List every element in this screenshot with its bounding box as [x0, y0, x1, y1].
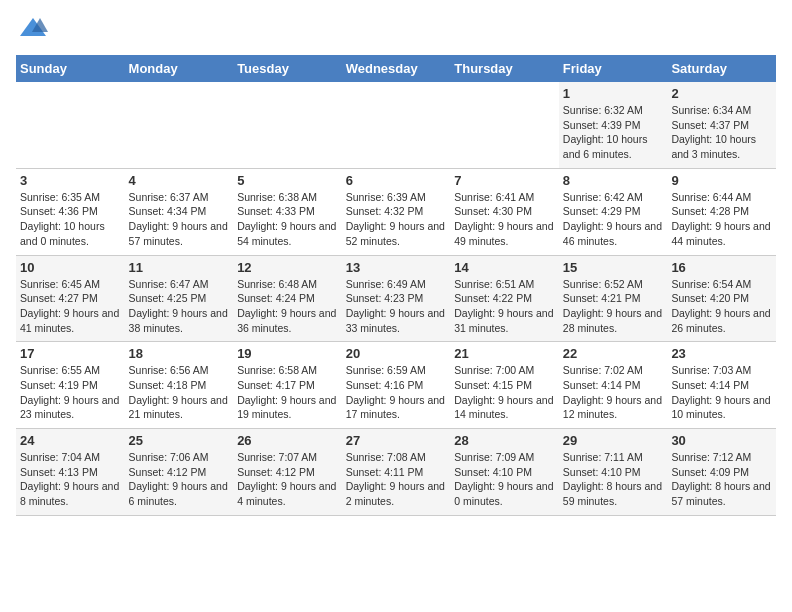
- day-number: 5: [237, 173, 338, 188]
- logo: [16, 16, 48, 45]
- calendar-cell: 17Sunrise: 6:55 AM Sunset: 4:19 PM Dayli…: [16, 342, 125, 429]
- day-info: Sunrise: 7:00 AM Sunset: 4:15 PM Dayligh…: [454, 363, 555, 422]
- day-number: 30: [671, 433, 772, 448]
- calendar-week-row: 1Sunrise: 6:32 AM Sunset: 4:39 PM Daylig…: [16, 82, 776, 168]
- day-info: Sunrise: 7:08 AM Sunset: 4:11 PM Dayligh…: [346, 450, 447, 509]
- day-info: Sunrise: 7:12 AM Sunset: 4:09 PM Dayligh…: [671, 450, 772, 509]
- day-number: 22: [563, 346, 664, 361]
- calendar-cell: 20Sunrise: 6:59 AM Sunset: 4:16 PM Dayli…: [342, 342, 451, 429]
- calendar-cell: 21Sunrise: 7:00 AM Sunset: 4:15 PM Dayli…: [450, 342, 559, 429]
- day-info: Sunrise: 6:45 AM Sunset: 4:27 PM Dayligh…: [20, 277, 121, 336]
- calendar-cell: 15Sunrise: 6:52 AM Sunset: 4:21 PM Dayli…: [559, 255, 668, 342]
- calendar-cell: 18Sunrise: 6:56 AM Sunset: 4:18 PM Dayli…: [125, 342, 234, 429]
- calendar-cell: [450, 82, 559, 168]
- day-info: Sunrise: 6:41 AM Sunset: 4:30 PM Dayligh…: [454, 190, 555, 249]
- day-number: 23: [671, 346, 772, 361]
- calendar-cell: 5Sunrise: 6:38 AM Sunset: 4:33 PM Daylig…: [233, 168, 342, 255]
- day-info: Sunrise: 7:07 AM Sunset: 4:12 PM Dayligh…: [237, 450, 338, 509]
- calendar-cell: 24Sunrise: 7:04 AM Sunset: 4:13 PM Dayli…: [16, 429, 125, 516]
- day-number: 3: [20, 173, 121, 188]
- day-number: 11: [129, 260, 230, 275]
- day-info: Sunrise: 6:55 AM Sunset: 4:19 PM Dayligh…: [20, 363, 121, 422]
- day-number: 6: [346, 173, 447, 188]
- day-info: Sunrise: 6:47 AM Sunset: 4:25 PM Dayligh…: [129, 277, 230, 336]
- day-info: Sunrise: 6:54 AM Sunset: 4:20 PM Dayligh…: [671, 277, 772, 336]
- calendar-cell: 14Sunrise: 6:51 AM Sunset: 4:22 PM Dayli…: [450, 255, 559, 342]
- calendar-cell: 7Sunrise: 6:41 AM Sunset: 4:30 PM Daylig…: [450, 168, 559, 255]
- day-number: 21: [454, 346, 555, 361]
- day-info: Sunrise: 6:44 AM Sunset: 4:28 PM Dayligh…: [671, 190, 772, 249]
- day-info: Sunrise: 6:35 AM Sunset: 4:36 PM Dayligh…: [20, 190, 121, 249]
- calendar-cell: 26Sunrise: 7:07 AM Sunset: 4:12 PM Dayli…: [233, 429, 342, 516]
- day-number: 4: [129, 173, 230, 188]
- day-info: Sunrise: 6:42 AM Sunset: 4:29 PM Dayligh…: [563, 190, 664, 249]
- day-number: 8: [563, 173, 664, 188]
- day-info: Sunrise: 7:03 AM Sunset: 4:14 PM Dayligh…: [671, 363, 772, 422]
- calendar-cell: 12Sunrise: 6:48 AM Sunset: 4:24 PM Dayli…: [233, 255, 342, 342]
- day-info: Sunrise: 7:11 AM Sunset: 4:10 PM Dayligh…: [563, 450, 664, 509]
- day-info: Sunrise: 6:37 AM Sunset: 4:34 PM Dayligh…: [129, 190, 230, 249]
- header: [16, 16, 776, 45]
- day-number: 19: [237, 346, 338, 361]
- day-number: 9: [671, 173, 772, 188]
- day-info: Sunrise: 6:38 AM Sunset: 4:33 PM Dayligh…: [237, 190, 338, 249]
- day-info: Sunrise: 6:51 AM Sunset: 4:22 PM Dayligh…: [454, 277, 555, 336]
- calendar-cell: 27Sunrise: 7:08 AM Sunset: 4:11 PM Dayli…: [342, 429, 451, 516]
- day-info: Sunrise: 7:02 AM Sunset: 4:14 PM Dayligh…: [563, 363, 664, 422]
- calendar-cell: 2Sunrise: 6:34 AM Sunset: 4:37 PM Daylig…: [667, 82, 776, 168]
- day-number: 25: [129, 433, 230, 448]
- day-number: 17: [20, 346, 121, 361]
- calendar-cell: 23Sunrise: 7:03 AM Sunset: 4:14 PM Dayli…: [667, 342, 776, 429]
- calendar-cell: [125, 82, 234, 168]
- day-info: Sunrise: 6:56 AM Sunset: 4:18 PM Dayligh…: [129, 363, 230, 422]
- day-info: Sunrise: 7:06 AM Sunset: 4:12 PM Dayligh…: [129, 450, 230, 509]
- calendar-cell: 6Sunrise: 6:39 AM Sunset: 4:32 PM Daylig…: [342, 168, 451, 255]
- day-info: Sunrise: 6:52 AM Sunset: 4:21 PM Dayligh…: [563, 277, 664, 336]
- calendar-cell: 4Sunrise: 6:37 AM Sunset: 4:34 PM Daylig…: [125, 168, 234, 255]
- weekday-header-row: SundayMondayTuesdayWednesdayThursdayFrid…: [16, 55, 776, 82]
- day-info: Sunrise: 6:49 AM Sunset: 4:23 PM Dayligh…: [346, 277, 447, 336]
- calendar-cell: 8Sunrise: 6:42 AM Sunset: 4:29 PM Daylig…: [559, 168, 668, 255]
- calendar-cell: 25Sunrise: 7:06 AM Sunset: 4:12 PM Dayli…: [125, 429, 234, 516]
- calendar-week-row: 10Sunrise: 6:45 AM Sunset: 4:27 PM Dayli…: [16, 255, 776, 342]
- day-info: Sunrise: 6:34 AM Sunset: 4:37 PM Dayligh…: [671, 103, 772, 162]
- calendar-week-row: 3Sunrise: 6:35 AM Sunset: 4:36 PM Daylig…: [16, 168, 776, 255]
- calendar-cell: 19Sunrise: 6:58 AM Sunset: 4:17 PM Dayli…: [233, 342, 342, 429]
- day-info: Sunrise: 7:04 AM Sunset: 4:13 PM Dayligh…: [20, 450, 121, 509]
- calendar-cell: [16, 82, 125, 168]
- day-number: 1: [563, 86, 664, 101]
- day-number: 7: [454, 173, 555, 188]
- logo-text: [16, 16, 48, 45]
- calendar-cell: 22Sunrise: 7:02 AM Sunset: 4:14 PM Dayli…: [559, 342, 668, 429]
- day-number: 15: [563, 260, 664, 275]
- day-info: Sunrise: 6:32 AM Sunset: 4:39 PM Dayligh…: [563, 103, 664, 162]
- day-number: 10: [20, 260, 121, 275]
- day-info: Sunrise: 6:59 AM Sunset: 4:16 PM Dayligh…: [346, 363, 447, 422]
- calendar-cell: 10Sunrise: 6:45 AM Sunset: 4:27 PM Dayli…: [16, 255, 125, 342]
- calendar-cell: [233, 82, 342, 168]
- calendar-cell: 1Sunrise: 6:32 AM Sunset: 4:39 PM Daylig…: [559, 82, 668, 168]
- weekday-header: Wednesday: [342, 55, 451, 82]
- day-info: Sunrise: 6:58 AM Sunset: 4:17 PM Dayligh…: [237, 363, 338, 422]
- calendar-cell: 29Sunrise: 7:11 AM Sunset: 4:10 PM Dayli…: [559, 429, 668, 516]
- calendar-cell: 13Sunrise: 6:49 AM Sunset: 4:23 PM Dayli…: [342, 255, 451, 342]
- day-info: Sunrise: 6:39 AM Sunset: 4:32 PM Dayligh…: [346, 190, 447, 249]
- day-number: 12: [237, 260, 338, 275]
- day-number: 27: [346, 433, 447, 448]
- calendar-table: SundayMondayTuesdayWednesdayThursdayFrid…: [16, 55, 776, 516]
- calendar-week-row: 17Sunrise: 6:55 AM Sunset: 4:19 PM Dayli…: [16, 342, 776, 429]
- calendar-cell: 30Sunrise: 7:12 AM Sunset: 4:09 PM Dayli…: [667, 429, 776, 516]
- calendar-cell: [342, 82, 451, 168]
- calendar-cell: 16Sunrise: 6:54 AM Sunset: 4:20 PM Dayli…: [667, 255, 776, 342]
- weekday-header: Monday: [125, 55, 234, 82]
- weekday-header: Sunday: [16, 55, 125, 82]
- calendar-week-row: 24Sunrise: 7:04 AM Sunset: 4:13 PM Dayli…: [16, 429, 776, 516]
- day-number: 18: [129, 346, 230, 361]
- calendar-cell: 28Sunrise: 7:09 AM Sunset: 4:10 PM Dayli…: [450, 429, 559, 516]
- day-number: 13: [346, 260, 447, 275]
- day-number: 29: [563, 433, 664, 448]
- day-number: 26: [237, 433, 338, 448]
- calendar-cell: 9Sunrise: 6:44 AM Sunset: 4:28 PM Daylig…: [667, 168, 776, 255]
- weekday-header: Tuesday: [233, 55, 342, 82]
- day-number: 24: [20, 433, 121, 448]
